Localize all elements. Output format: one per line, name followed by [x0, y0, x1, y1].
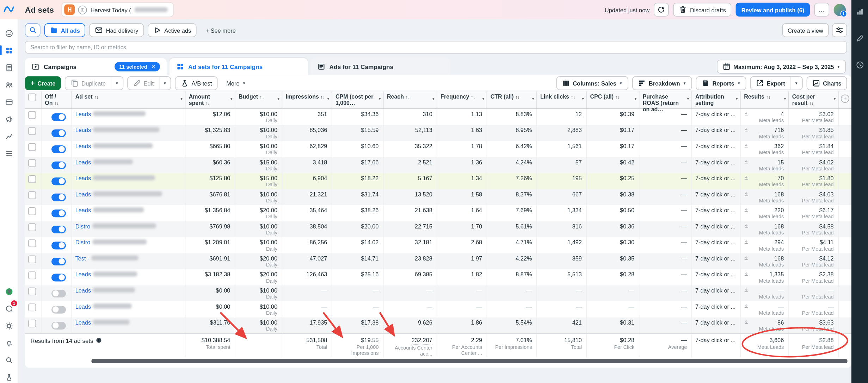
refresh-button[interactable] [654, 3, 669, 17]
chip-active-ads[interactable]: Active ads [148, 23, 197, 37]
column-header-cost[interactable]: Cost per result↑↓▼ [789, 91, 838, 108]
column-header-plus[interactable]: + [839, 91, 851, 108]
column-caret-icon[interactable]: ▼ [482, 96, 485, 102]
ad-set-name-link[interactable]: Distro [75, 239, 91, 245]
info-icon[interactable]: i [96, 337, 102, 343]
row-checkbox[interactable] [28, 111, 36, 119]
row-toggle[interactable] [51, 193, 66, 201]
row-checkbox[interactable] [28, 143, 36, 151]
row-checkbox[interactable] [28, 207, 36, 215]
column-caret-icon[interactable]: ▼ [634, 96, 637, 102]
row-toggle[interactable] [51, 289, 66, 297]
right-rail-item-insights[interactable] [852, 6, 867, 18]
date-range-picker[interactable]: Maximum: Aug 3, 2022 – Sep 3, 2025 ▼ [717, 60, 846, 74]
ad-set-name-link[interactable]: Leads [75, 111, 91, 117]
chip-all-ads[interactable]: All ads [44, 23, 86, 37]
tab-campaigns[interactable]: Campaigns 11 selected ✕ [25, 58, 167, 75]
column-caret-icon[interactable]: ▼ [230, 96, 233, 102]
tab-ad-sets[interactable]: Ad sets for 11 Campaigns [170, 58, 308, 75]
select-all-checkbox[interactable] [28, 93, 36, 101]
charts-button[interactable]: Charts [806, 76, 847, 90]
ad-set-name-link[interactable]: Leads [75, 127, 91, 133]
row-checkbox[interactable] [28, 256, 36, 263]
right-rail-item-history[interactable] [852, 59, 867, 71]
row-checkbox[interactable] [28, 271, 36, 279]
rail-item-megaphone[interactable] [2, 113, 16, 125]
column-caret-icon[interactable]: ▼ [687, 96, 690, 102]
column-caret-icon[interactable]: ▼ [833, 96, 836, 102]
column-header-onoff[interactable]: Off / On↑↓ [42, 91, 72, 108]
column-caret-icon[interactable]: ▼ [531, 96, 535, 102]
rail-item-settings[interactable] [2, 320, 16, 332]
row-toggle[interactable] [51, 129, 66, 137]
ad-set-name-link[interactable]: Leads [75, 143, 91, 149]
rail-item-billing[interactable] [2, 96, 16, 108]
search-input[interactable] [25, 41, 847, 54]
breakdown-button[interactable]: Breakdown ▼ [632, 76, 692, 90]
rail-item-notifications[interactable] [2, 337, 16, 349]
column-header-cpm[interactable]: CPM (cost per 1,000…▼ [332, 91, 383, 108]
ad-set-name-link[interactable]: Test - [75, 255, 90, 261]
duplicate-button[interactable]: Duplicate [66, 77, 111, 89]
see-more-filters[interactable]: + See more [201, 23, 241, 37]
column-header-results[interactable]: Results↑↓▼ [741, 91, 789, 108]
ad-set-name-link[interactable]: Leads [75, 207, 91, 213]
column-header-impressions[interactable]: Impressions↑↓▼ [282, 91, 332, 108]
row-toggle[interactable] [51, 209, 66, 217]
discard-drafts-button[interactable]: Discard drafts [673, 3, 732, 17]
edit-button[interactable]: Edit [128, 77, 159, 89]
ad-set-name-link[interactable]: Leads [75, 319, 91, 325]
ad-set-name-link[interactable]: Leads [75, 159, 91, 165]
column-header-roas[interactable]: Purchase ROAS (return on ad…▼ [639, 91, 692, 108]
row-checkbox[interactable] [28, 224, 36, 231]
rail-item-people[interactable] [2, 79, 16, 91]
column-caret-icon[interactable]: ▼ [783, 96, 787, 102]
meta-logo-icon[interactable] [3, 6, 16, 13]
rail-item-menu[interactable] [2, 147, 16, 159]
rail-item-chart[interactable] [2, 130, 16, 142]
row-checkbox[interactable] [28, 320, 36, 327]
column-header-attribution[interactable]: Attribution setting▼ [692, 91, 740, 108]
column-caret-icon[interactable]: ▼ [581, 96, 584, 102]
row-checkbox[interactable] [28, 239, 36, 247]
column-caret-icon[interactable]: ▼ [277, 96, 280, 102]
add-column-icon[interactable]: + [841, 95, 849, 103]
column-caret-icon[interactable]: ▼ [378, 96, 381, 102]
columns-button[interactable]: Columns: Sales ▼ [556, 76, 628, 90]
rail-item-labs[interactable] [2, 371, 16, 383]
more-button[interactable]: More ▼ [221, 76, 251, 90]
view-settings-button[interactable] [832, 23, 847, 37]
ad-set-name-link[interactable]: Distro [75, 223, 91, 229]
more-options-button[interactable]: … [814, 3, 829, 17]
create-view-button[interactable]: Create a view [782, 23, 829, 37]
row-checkbox[interactable] [28, 159, 36, 167]
row-toggle[interactable] [51, 225, 66, 233]
column-header-budget[interactable]: Budget↑↓▼ [235, 91, 283, 108]
column-header-name[interactable]: Ad set↑↓▼ [72, 91, 185, 108]
row-checkbox[interactable] [28, 303, 36, 311]
rail-item-messages[interactable]: 1 [2, 302, 16, 315]
export-caret[interactable]: ▼ [790, 77, 802, 89]
rail-item-grid[interactable] [2, 44, 16, 57]
summary-value-underlined[interactable]: 232,207 [412, 337, 432, 345]
row-checkbox[interactable] [28, 288, 36, 295]
column-header-ctr[interactable]: CTR (all)↑↓▼ [487, 91, 537, 108]
close-icon[interactable]: ✕ [151, 64, 156, 70]
ad-set-name-link[interactable]: Leads [75, 175, 91, 181]
column-caret-icon[interactable]: ▼ [180, 96, 183, 102]
tab-ads[interactable]: Ads for 11 Campaigns [310, 58, 450, 75]
export-button[interactable]: Export [751, 77, 790, 89]
column-header-frequency[interactable]: Frequency↑↓▼ [437, 91, 487, 108]
rail-item-search[interactable] [2, 354, 16, 366]
ad-set-name-link[interactable]: Leads [75, 287, 91, 293]
duplicate-caret[interactable]: ▼ [111, 77, 123, 89]
column-caret-icon[interactable]: ▼ [327, 96, 330, 102]
column-header-link_clicks[interactable]: Link clicks↑↓▼ [537, 91, 587, 108]
column-header-reach[interactable]: Reach↑↓▼ [384, 91, 437, 108]
column-caret-icon[interactable]: ▼ [735, 96, 738, 102]
ab-test-button[interactable]: A/B test [175, 76, 217, 90]
row-toggle[interactable] [51, 257, 66, 265]
column-header-cpc[interactable]: CPC (all)↑↓▼ [587, 91, 639, 108]
edit-caret[interactable]: ▼ [159, 77, 171, 89]
row-toggle[interactable] [51, 241, 66, 249]
